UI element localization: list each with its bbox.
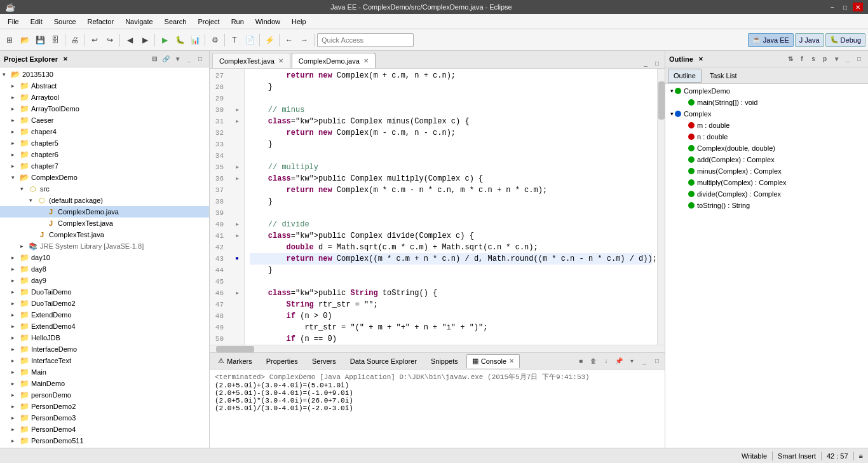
save-all-button[interactable]: 🗄 [48,32,62,48]
tree-item[interactable]: ▸📁day9 [0,275,209,286]
editor-vscrollbar[interactable] [657,69,665,345]
tab-servers[interactable]: Servers [306,354,342,368]
tree-item[interactable]: ▸📁ArrayToolDemo [0,103,209,114]
tab-complex-test-close[interactable]: ✕ [278,57,283,64]
outline-item[interactable]: n : double [665,131,868,142]
outline-item[interactable]: Complex(double, double) [665,142,868,154]
tab-console-close[interactable]: ✕ [509,357,514,364]
tab-complex-demo[interactable]: ComplexDemo.java ✕ [292,53,376,68]
forward-button[interactable]: → [297,32,311,48]
next-edit-button[interactable]: ▶ [138,32,152,48]
outline-hide-fields-button[interactable]: f [797,54,807,64]
console-minimize[interactable]: _ [639,356,649,366]
outline-sort-button[interactable]: ⇅ [785,54,796,64]
print-button[interactable]: 🖨 [68,32,82,48]
tree-item[interactable]: ▸📁PersonDemo3 [0,412,209,424]
new-button[interactable]: ⊞ [3,32,17,48]
outline-item[interactable]: main(String[]) : void [665,97,868,108]
tree-item[interactable]: ▾📂ComplexDemo [0,172,209,183]
tab-properties[interactable]: Properties [261,354,304,368]
coverage-button[interactable]: 📊 [188,32,202,48]
link-editor-button[interactable]: 🔗 [161,54,171,64]
outline-item[interactable]: toString() : String [665,200,868,211]
collapse-all-button[interactable]: ⊟ [149,54,159,64]
tab-task-list[interactable]: Task List [704,69,743,83]
open-button[interactable]: 📂 [18,32,32,48]
tree-item[interactable]: ▸📁day10 [0,252,209,263]
editor-vscroll-thumb[interactable] [658,81,665,120]
tree-item[interactable]: ▾📂20135130 [0,69,209,80]
tree-item[interactable]: ▸📁InterfaceDemo [0,343,209,355]
menu-search[interactable]: Search [159,17,192,27]
view-menu-button[interactable]: ▾ [172,54,182,64]
menu-refactor[interactable]: Refactor [83,17,119,27]
menu-help[interactable]: Help [287,17,311,27]
tree-item[interactable]: ▸📁PersonDemo4 [0,424,209,435]
tree-item[interactable]: ▸📁PersonDemo2 [0,401,209,412]
maximize-view-button[interactable]: □ [195,54,205,64]
tab-outline[interactable]: Outline [668,69,702,83]
maximize-button[interactable]: □ [840,3,850,11]
outline-minimize[interactable]: _ [843,54,853,64]
tree-item[interactable]: ▸📁Arraytool [0,92,209,103]
outline-hide-nonpublic-button[interactable]: p [820,54,830,64]
menu-edit[interactable]: Edit [25,17,48,27]
outline-item[interactable]: add(Complex) : Complex [665,154,868,165]
tree-item[interactable]: ▸📁chapter5 [0,137,209,149]
minimize-view-button[interactable]: _ [184,54,194,64]
outline-maximize[interactable]: □ [854,54,864,64]
console-view-menu[interactable]: ▾ [627,356,637,366]
tree-item[interactable]: JComplexDemo.java [0,206,209,218]
tree-item[interactable]: ▸📁Caeser [0,114,209,126]
tree-item[interactable]: ▸📁Main [0,366,209,378]
run-button[interactable]: ▶ [158,32,172,48]
prev-edit-button[interactable]: ◀ [123,32,137,48]
tree-item[interactable]: JComplexTest.java [0,229,209,240]
editor-hscrollbar[interactable] [210,345,665,352]
minimize-button[interactable]: − [827,3,837,11]
menu-source[interactable]: Source [49,17,81,27]
editor-hscroll-thumb[interactable] [216,346,254,352]
tree-item[interactable]: ▸📁chapter6 [0,149,209,160]
java-ee-perspective-button[interactable]: ☕ Java EE [748,33,794,47]
tab-data-source-explorer[interactable]: Data Source Explorer [344,354,423,368]
tab-snippets[interactable]: Snippets [425,354,464,368]
outline-item[interactable]: multiply(Complex) : Complex [665,177,868,188]
tree-item[interactable]: ▸📁day8 [0,263,209,275]
close-button[interactable]: ✕ [853,3,863,11]
tree-item[interactable]: ▸📁HelloJDB [0,332,209,343]
console-maximize[interactable]: □ [652,356,662,366]
tree-item[interactable]: ▾⬡(default package) [0,195,209,206]
tab-complex-demo-close[interactable]: ✕ [363,57,369,64]
tree-item[interactable]: ▸📁Abstract [0,80,209,92]
console-clear-button[interactable]: 🗑 [588,356,599,366]
outline-item[interactable]: minus(Complex) : Complex [665,165,868,177]
outline-item[interactable]: divide(Complex) : Complex [665,188,868,200]
save-button[interactable]: 💾 [33,32,47,48]
java-perspective-button[interactable]: J Java [795,33,824,47]
menu-run[interactable]: Run [226,17,249,27]
tree-item[interactable]: ▸📁DuoTaiDemo2 [0,298,209,309]
outline-hide-static-button[interactable]: s [808,54,818,64]
server-button[interactable]: ⚙ [208,32,222,48]
tree-item[interactable]: ▸📁ExtendDemo [0,309,209,321]
editor-minimize-button[interactable]: _ [641,58,651,68]
menu-file[interactable]: File [3,17,24,27]
console-pin-button[interactable]: 📌 [614,356,624,366]
editor-maximize-button[interactable]: □ [652,58,662,68]
project-explorer-close-icon[interactable]: ✕ [63,56,68,62]
tree-item[interactable]: ▸📁chapter7 [0,160,209,172]
tab-markers[interactable]: ⚠ Markers [212,354,258,368]
outline-item[interactable]: ▾Complex [665,108,868,120]
undo-button[interactable]: ↩ [88,32,102,48]
tree-item[interactable]: ▾⬡src [0,183,209,195]
tab-complex-test[interactable]: ComplexTest.java ✕ [212,53,290,68]
menu-window[interactable]: Window [250,17,285,27]
tree-item[interactable]: ▸📁InterfaceText [0,355,209,366]
tab-console[interactable]: ▦ Console ✕ [466,354,520,368]
open-type-button[interactable]: T [227,32,241,48]
quick-access-input[interactable] [317,33,414,47]
tree-item[interactable]: ▸📁DuoTaiDemo [0,286,209,298]
debug-perspective-button[interactable]: 🐛 Debug [825,33,865,47]
redo-button[interactable]: ↪ [103,32,117,48]
